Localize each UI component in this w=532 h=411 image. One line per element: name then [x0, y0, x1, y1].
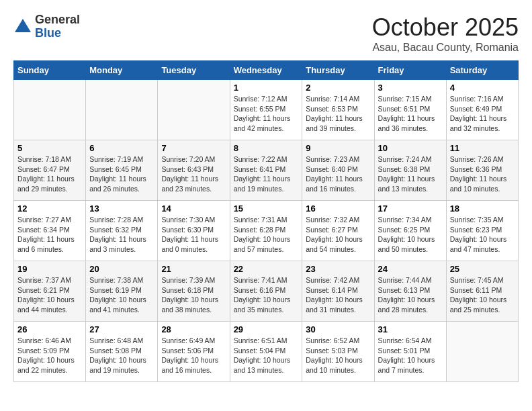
calendar-day-cell: 31Sunrise: 6:54 AM Sunset: 5:01 PM Dayli…: [374, 322, 446, 382]
logo-general: General: [35, 13, 80, 27]
calendar-day-cell: 13Sunrise: 7:28 AM Sunset: 6:32 PM Dayli…: [86, 201, 158, 261]
day-info: Sunrise: 7:22 AM Sunset: 6:41 PM Dayligh…: [234, 154, 299, 194]
calendar-day-cell: 23Sunrise: 7:42 AM Sunset: 6:14 PM Dayli…: [302, 261, 374, 322]
day-number: 17: [378, 203, 443, 214]
weekday-header-tuesday: Tuesday: [158, 61, 230, 80]
day-number: 20: [89, 264, 154, 274]
day-number: 15: [234, 203, 299, 214]
day-info: Sunrise: 7:18 AM Sunset: 6:47 PM Dayligh…: [17, 154, 82, 194]
day-info: Sunrise: 6:46 AM Sunset: 5:09 PM Dayligh…: [17, 336, 82, 375]
calendar-week-row: 12Sunrise: 7:27 AM Sunset: 6:34 PM Dayli…: [14, 201, 519, 261]
day-info: Sunrise: 6:54 AM Sunset: 5:01 PM Dayligh…: [378, 336, 443, 375]
calendar-day-cell: 11Sunrise: 7:26 AM Sunset: 6:36 PM Dayli…: [446, 140, 518, 201]
calendar-day-cell: 21Sunrise: 7:39 AM Sunset: 6:18 PM Dayli…: [158, 261, 230, 322]
day-info: Sunrise: 7:35 AM Sunset: 6:23 PM Dayligh…: [450, 215, 515, 255]
day-info: Sunrise: 7:39 AM Sunset: 6:18 PM Dayligh…: [161, 275, 226, 315]
day-info: Sunrise: 7:30 AM Sunset: 6:30 PM Dayligh…: [161, 215, 226, 255]
day-number: 16: [306, 203, 370, 214]
day-info: Sunrise: 6:48 AM Sunset: 5:08 PM Dayligh…: [89, 336, 154, 375]
day-number: 26: [17, 324, 82, 334]
day-number: 21: [161, 264, 226, 274]
calendar-day-cell: 6Sunrise: 7:19 AM Sunset: 6:45 PM Daylig…: [86, 140, 158, 201]
day-info: Sunrise: 7:34 AM Sunset: 6:25 PM Dayligh…: [378, 215, 443, 255]
calendar-day-cell: 28Sunrise: 6:49 AM Sunset: 5:06 PM Dayli…: [158, 322, 230, 382]
day-number: 29: [234, 324, 299, 334]
logo-text: General Blue: [35, 13, 80, 40]
month-title: October 2025: [372, 13, 519, 42]
calendar-day-cell: 14Sunrise: 7:30 AM Sunset: 6:30 PM Dayli…: [158, 201, 230, 261]
weekday-header-row: SundayMondayTuesdayWednesdayThursdayFrid…: [14, 61, 519, 80]
day-number: 4: [450, 83, 515, 93]
day-info: Sunrise: 7:19 AM Sunset: 6:45 PM Dayligh…: [89, 154, 154, 194]
calendar-day-cell: [86, 80, 158, 140]
calendar-day-cell: 30Sunrise: 6:52 AM Sunset: 5:03 PM Dayli…: [302, 322, 374, 382]
calendar-table: SundayMondayTuesdayWednesdayThursdayFrid…: [13, 60, 519, 382]
day-number: 6: [89, 143, 154, 153]
day-info: Sunrise: 7:38 AM Sunset: 6:19 PM Dayligh…: [89, 275, 154, 315]
day-number: 31: [378, 324, 443, 334]
day-info: Sunrise: 7:31 AM Sunset: 6:28 PM Dayligh…: [234, 215, 299, 255]
weekday-header-saturday: Saturday: [446, 61, 518, 80]
weekday-header-monday: Monday: [86, 61, 158, 80]
calendar-day-cell: [158, 80, 230, 140]
calendar-header: SundayMondayTuesdayWednesdayThursdayFrid…: [14, 61, 519, 80]
calendar-day-cell: 25Sunrise: 7:45 AM Sunset: 6:11 PM Dayli…: [446, 261, 518, 322]
day-number: 11: [450, 143, 515, 153]
day-info: Sunrise: 7:37 AM Sunset: 6:21 PM Dayligh…: [17, 275, 82, 315]
calendar-day-cell: [14, 80, 86, 140]
header: General Blue October 2025 Asau, Bacau Co…: [13, 13, 519, 54]
day-number: 18: [450, 203, 515, 214]
day-info: Sunrise: 7:44 AM Sunset: 6:13 PM Dayligh…: [378, 275, 443, 315]
day-number: 2: [306, 83, 370, 93]
calendar-week-row: 26Sunrise: 6:46 AM Sunset: 5:09 PM Dayli…: [14, 322, 519, 382]
calendar-day-cell: 10Sunrise: 7:24 AM Sunset: 6:38 PM Dayli…: [374, 140, 446, 201]
day-number: 22: [234, 264, 299, 274]
logo: General Blue: [13, 13, 80, 40]
calendar-day-cell: 22Sunrise: 7:41 AM Sunset: 6:16 PM Dayli…: [230, 261, 302, 322]
day-info: Sunrise: 7:27 AM Sunset: 6:34 PM Dayligh…: [17, 215, 82, 255]
day-info: Sunrise: 6:52 AM Sunset: 5:03 PM Dayligh…: [306, 336, 370, 375]
day-info: Sunrise: 7:41 AM Sunset: 6:16 PM Dayligh…: [234, 275, 299, 315]
day-number: 25: [450, 264, 515, 274]
day-info: Sunrise: 7:14 AM Sunset: 6:53 PM Dayligh…: [306, 94, 370, 134]
calendar-day-cell: 18Sunrise: 7:35 AM Sunset: 6:23 PM Dayli…: [446, 201, 518, 261]
day-number: 24: [378, 264, 443, 274]
weekday-header-thursday: Thursday: [302, 61, 374, 80]
calendar-day-cell: 16Sunrise: 7:32 AM Sunset: 6:27 PM Dayli…: [302, 201, 374, 261]
calendar-day-cell: 24Sunrise: 7:44 AM Sunset: 6:13 PM Dayli…: [374, 261, 446, 322]
calendar-day-cell: 8Sunrise: 7:22 AM Sunset: 6:41 PM Daylig…: [230, 140, 302, 201]
calendar-day-cell: 3Sunrise: 7:15 AM Sunset: 6:51 PM Daylig…: [374, 80, 446, 140]
day-number: 19: [17, 264, 82, 274]
day-number: 30: [306, 324, 370, 334]
day-info: Sunrise: 7:42 AM Sunset: 6:14 PM Dayligh…: [306, 275, 370, 315]
calendar-day-cell: 20Sunrise: 7:38 AM Sunset: 6:19 PM Dayli…: [86, 261, 158, 322]
calendar-body: 1Sunrise: 7:12 AM Sunset: 6:55 PM Daylig…: [14, 80, 519, 382]
day-number: 13: [89, 203, 154, 214]
logo-icon: [13, 17, 32, 36]
day-info: Sunrise: 7:16 AM Sunset: 6:49 PM Dayligh…: [450, 94, 515, 134]
calendar-day-cell: 2Sunrise: 7:14 AM Sunset: 6:53 PM Daylig…: [302, 80, 374, 140]
day-number: 14: [161, 203, 226, 214]
day-info: Sunrise: 7:15 AM Sunset: 6:51 PM Dayligh…: [378, 94, 443, 134]
calendar-day-cell: 5Sunrise: 7:18 AM Sunset: 6:47 PM Daylig…: [14, 140, 86, 201]
calendar-day-cell: 1Sunrise: 7:12 AM Sunset: 6:55 PM Daylig…: [230, 80, 302, 140]
day-info: Sunrise: 7:32 AM Sunset: 6:27 PM Dayligh…: [306, 215, 370, 255]
day-number: 27: [89, 324, 154, 334]
day-info: Sunrise: 7:45 AM Sunset: 6:11 PM Dayligh…: [450, 275, 515, 315]
logo-blue: Blue: [35, 27, 80, 40]
calendar-day-cell: 19Sunrise: 7:37 AM Sunset: 6:21 PM Dayli…: [14, 261, 86, 322]
day-info: Sunrise: 7:24 AM Sunset: 6:38 PM Dayligh…: [378, 154, 443, 194]
day-number: 5: [17, 143, 82, 153]
day-info: Sunrise: 7:26 AM Sunset: 6:36 PM Dayligh…: [450, 154, 515, 194]
calendar-day-cell: 29Sunrise: 6:51 AM Sunset: 5:04 PM Dayli…: [230, 322, 302, 382]
day-number: 12: [17, 203, 82, 214]
day-number: 9: [306, 143, 370, 153]
calendar-day-cell: 4Sunrise: 7:16 AM Sunset: 6:49 PM Daylig…: [446, 80, 518, 140]
day-number: 8: [234, 143, 299, 153]
weekday-header-sunday: Sunday: [14, 61, 86, 80]
calendar-week-row: 19Sunrise: 7:37 AM Sunset: 6:21 PM Dayli…: [14, 261, 519, 322]
day-number: 1: [234, 83, 299, 93]
title-area: October 2025 Asau, Bacau County, Romania: [372, 13, 519, 54]
calendar-day-cell: 15Sunrise: 7:31 AM Sunset: 6:28 PM Dayli…: [230, 201, 302, 261]
calendar-day-cell: 7Sunrise: 7:20 AM Sunset: 6:43 PM Daylig…: [158, 140, 230, 201]
